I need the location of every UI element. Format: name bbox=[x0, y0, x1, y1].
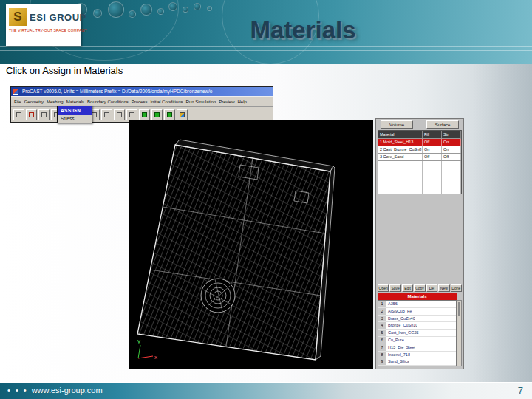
esi-logo-icon: S bbox=[9, 8, 27, 26]
materials-db-header: Materials bbox=[378, 293, 457, 300]
database-toolbar: Open Save Edit Copy Del New Done bbox=[378, 284, 462, 292]
window-title-bar[interactable]: ProCAST v2005.0, Units = Millimeters Pre… bbox=[11, 87, 273, 96]
edit-button[interactable]: Edit bbox=[402, 284, 413, 292]
list-item[interactable]: 6Cu_Pure bbox=[378, 337, 456, 344]
material-number: 3 bbox=[378, 316, 386, 322]
material-name: Zamak_3 bbox=[386, 366, 405, 366]
material-name: Brass_CuZn40 bbox=[386, 316, 415, 322]
list-item[interactable]: 9Sand_Silica bbox=[378, 358, 456, 366]
list-item[interactable]: 3Brass_CuZn40 bbox=[378, 316, 456, 323]
surface-view-icon[interactable] bbox=[164, 109, 175, 120]
fit-view-icon[interactable] bbox=[101, 109, 112, 120]
open-icon[interactable] bbox=[13, 109, 24, 120]
spiral-feature bbox=[201, 279, 235, 313]
menu-boundary-conditions[interactable]: Boundary Conditions bbox=[87, 100, 129, 104]
axis-y-label: y bbox=[137, 338, 140, 344]
menu-help[interactable]: Help bbox=[238, 100, 247, 104]
list-item[interactable]: 4Bronze_CuSn10 bbox=[378, 322, 456, 330]
cell: On bbox=[442, 146, 461, 153]
list-item[interactable]: 10Zamak_3 bbox=[378, 366, 456, 366]
menu-file[interactable]: File bbox=[14, 100, 21, 104]
menu-materials[interactable]: Materials bbox=[66, 100, 84, 104]
decor-dot bbox=[183, 7, 188, 13]
select-icon[interactable] bbox=[38, 109, 50, 120]
menu-item-stress[interactable]: Stress bbox=[58, 115, 92, 123]
material-name: H13_Die_Steel bbox=[386, 344, 415, 351]
open-button[interactable]: Open bbox=[378, 284, 389, 292]
cell: 1 Mold_Steel_H13 bbox=[378, 139, 423, 146]
menu-run-simulation[interactable]: Run Simulation bbox=[185, 100, 216, 104]
decor-dot bbox=[157, 8, 164, 15]
save-icon[interactable] bbox=[26, 109, 37, 120]
wireframe-icon[interactable] bbox=[114, 109, 125, 120]
menu-meshing[interactable]: Meshing bbox=[47, 100, 64, 104]
assignment-table: Material Fill Str 1 Mold_Steel_H13 Off O… bbox=[378, 130, 462, 194]
delete-button[interactable]: Del bbox=[426, 284, 437, 292]
cell: On bbox=[442, 139, 461, 146]
decor-dot bbox=[108, 1, 124, 18]
mesh-3d-view[interactable]: x y bbox=[129, 120, 373, 369]
axis-triad: x y bbox=[137, 338, 157, 361]
slide-header: S ESI GROUP THE VIRTUAL TRY-OUT SPACE CO… bbox=[0, 0, 532, 64]
col-material: Material bbox=[378, 131, 423, 138]
cell: On bbox=[423, 146, 442, 153]
menu-bar: File Geometry Meshing Materials Boundary… bbox=[11, 96, 273, 107]
copy-button[interactable]: Copy bbox=[414, 284, 425, 292]
tab-surface[interactable]: Surface bbox=[426, 120, 459, 129]
cell: 2 Cast_Bronze_CuSn8 bbox=[378, 146, 423, 153]
decor-line bbox=[0, 46, 532, 47]
list-item[interactable]: 8Inconel_718 bbox=[378, 352, 456, 359]
material-number: 8 bbox=[378, 352, 386, 358]
mesh-view-icon[interactable] bbox=[126, 109, 137, 120]
mesh-block bbox=[137, 140, 335, 360]
decor-dot bbox=[140, 4, 152, 16]
shaded-view-icon[interactable] bbox=[139, 109, 150, 120]
material-number: 2 bbox=[378, 308, 386, 315]
list-item[interactable]: 5Cast_Iron_GG25 bbox=[378, 330, 456, 337]
menu-preview[interactable]: Preview bbox=[219, 100, 234, 104]
table-row[interactable]: 3 Core_Sand Off Off bbox=[378, 153, 461, 160]
material-number: 9 bbox=[378, 358, 386, 365]
procast-app-icon bbox=[13, 89, 18, 95]
scrollbar[interactable] bbox=[457, 300, 462, 366]
page-title: Materials bbox=[81, 16, 525, 44]
material-number: 6 bbox=[378, 337, 386, 344]
decor-dot bbox=[194, 3, 201, 10]
decor-dot bbox=[207, 6, 212, 11]
menu-item-assign[interactable]: ASSIGN bbox=[58, 106, 92, 115]
presentation-slide: S ESI GROUP THE VIRTUAL TRY-OUT SPACE CO… bbox=[0, 0, 532, 399]
toolbar bbox=[11, 107, 273, 122]
procast-window: ProCAST v2005.0, Units = Millimeters Pre… bbox=[10, 86, 273, 123]
window-title-text: ProCAST v2005.0, Units = Millimeters Pre… bbox=[22, 89, 212, 94]
material-name: Cu_Pure bbox=[386, 337, 404, 344]
footer-url: • • •www.esi-group.com bbox=[7, 386, 103, 395]
page-number: 7 bbox=[518, 385, 523, 396]
material-name: Inconel_718 bbox=[386, 352, 410, 358]
volume-view-icon[interactable] bbox=[151, 109, 163, 120]
empty-table-rows bbox=[378, 160, 461, 194]
instruction-text: Click on Assign in Materials bbox=[6, 65, 123, 76]
menu-geometry[interactable]: Geometry bbox=[24, 100, 44, 104]
color-legend-icon[interactable] bbox=[177, 109, 188, 120]
esi-group-logo: S ESI GROUP THE VIRTUAL TRY-OUT SPACE CO… bbox=[6, 4, 81, 46]
done-button[interactable]: Done bbox=[451, 284, 462, 292]
viewport-3d[interactable]: x y bbox=[129, 120, 373, 369]
new-button[interactable]: New bbox=[438, 284, 449, 292]
footer-bullets: • • • bbox=[7, 386, 28, 395]
material-name: Sand_Silica bbox=[386, 358, 409, 365]
table-row[interactable]: 2 Cast_Bronze_CuSn8 On On bbox=[378, 146, 461, 153]
panel-tabs: Volume Surface bbox=[376, 119, 463, 129]
material-number: 5 bbox=[378, 330, 386, 336]
list-item[interactable]: 1A356 bbox=[378, 301, 456, 308]
save-button[interactable]: Save bbox=[389, 284, 400, 292]
decor-dot bbox=[168, 2, 177, 11]
material-name: Cast_Iron_GG25 bbox=[386, 330, 419, 336]
tab-volume[interactable]: Volume bbox=[381, 120, 413, 129]
menu-initial-conditions[interactable]: Initial Conditions bbox=[150, 100, 183, 104]
list-item[interactable]: 7H13_Die_Steel bbox=[378, 344, 456, 352]
list-item[interactable]: 2AlSi9Cu3_Fe bbox=[378, 308, 456, 316]
menu-process[interactable]: Process bbox=[132, 100, 148, 104]
materials-dropdown-menu: ASSIGN Stress bbox=[57, 106, 92, 123]
table-row[interactable]: 1 Mold_Steel_H13 Off On bbox=[378, 138, 461, 146]
material-number: 7 bbox=[378, 344, 386, 351]
